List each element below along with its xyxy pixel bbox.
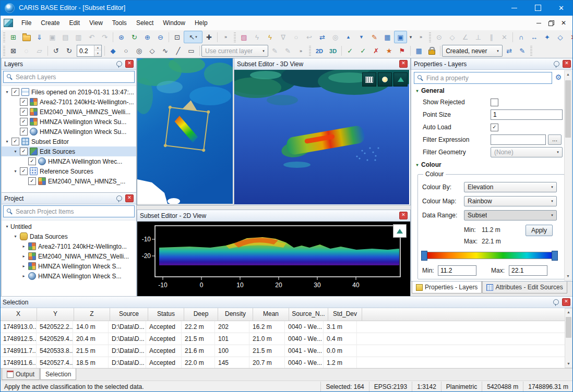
table-row[interactable]: 1748913.0... 5420522.2... 14.0 m D:\Data…: [0, 321, 573, 333]
panel-close-button[interactable]: ✕: [125, 60, 134, 68]
menu-create[interactable]: Create: [36, 16, 64, 30]
attribute-table-icon[interactable]: ▦: [412, 45, 425, 57]
import-icon[interactable]: ⇓: [33, 31, 46, 43]
rect-tool-icon[interactable]: ▭: [185, 45, 198, 57]
panel-close-button[interactable]: ✕: [562, 298, 570, 306]
checkbox[interactable]: ✓: [11, 88, 19, 96]
checkbox[interactable]: ✓: [20, 128, 28, 136]
caret-down-icon[interactable]: ▾: [4, 90, 10, 94]
selection-scrollbar[interactable]: ▲ ▼: [565, 308, 572, 368]
intersection-icon[interactable]: ✕: [498, 31, 511, 43]
menu-window[interactable]: Window: [158, 16, 190, 30]
swap-icon[interactable]: ⇄: [316, 31, 329, 43]
arc-icon[interactable]: ∩: [515, 31, 528, 43]
column-header-z[interactable]: Z: [74, 308, 110, 321]
select-rect-icon[interactable]: ⊠: [7, 45, 20, 57]
project-tree-item[interactable]: ▸ Area2-7101 240kHz-Wellingto...: [2, 241, 136, 251]
caret-down-icon[interactable]: ▾: [4, 224, 10, 229]
project-tree-item[interactable]: ▾ Untitled: [2, 222, 136, 231]
sketch-icon[interactable]: ✎: [268, 45, 281, 57]
gear-icon[interactable]: ⚙: [554, 72, 563, 82]
map-view[interactable]: [137, 58, 234, 205]
lock-button[interactable]: [425, 45, 438, 57]
vertex-icon[interactable]: ◇: [554, 31, 567, 43]
distance-icon[interactable]: ↔: [528, 31, 541, 43]
toolbar-grip[interactable]: [530, 46, 532, 56]
lighting-button[interactable]: [378, 72, 392, 87]
layers-tree-item[interactable]: ▾ ✓ Subset Editor: [2, 137, 136, 146]
mdi-minimize-button[interactable]: [532, 17, 545, 29]
mdi-restore-button[interactable]: [545, 17, 557, 29]
scroll-track[interactable]: [565, 78, 571, 273]
checkbox[interactable]: ✓: [20, 98, 28, 106]
paint-droplet-icon[interactable]: ◆: [106, 45, 120, 57]
edit-pencil-icon[interactable]: ✎: [368, 31, 381, 43]
column-header-status[interactable]: Status: [148, 308, 184, 321]
layers-tree-item[interactable]: ✓ EM2040_NIWA_HMNZS_Welli...: [2, 107, 136, 117]
lasso-icon[interactable]: ◌: [20, 45, 33, 57]
toolbar-grip[interactable]: [3, 32, 5, 42]
reject-icon[interactable]: ✗: [369, 45, 383, 57]
sketch-line-icon[interactable]: ✎: [281, 45, 294, 57]
title-bar[interactable]: CARIS BASE Editor - [Subset Editor] ✕: [0, 0, 573, 16]
toolbar-grip[interactable]: [234, 32, 236, 42]
diamond-tool-icon[interactable]: ◇: [146, 45, 159, 57]
layers-tree-item[interactable]: ▾ ✓ Reference Sources: [2, 166, 136, 176]
panel-close-button[interactable]: ✕: [563, 60, 571, 68]
column-header-y[interactable]: Y: [37, 308, 74, 321]
toolbar-grip[interactable]: [429, 32, 431, 42]
classify-flag-icon[interactable]: ⚑: [396, 45, 409, 57]
copy-icon[interactable]: ▣: [46, 31, 59, 43]
tab-attributes-edit-sources[interactable]: Attributes - Edit Sources: [482, 281, 567, 293]
view-3d-button[interactable]: 3D: [326, 45, 340, 57]
zoom-out-icon[interactable]: ⊖: [154, 31, 167, 43]
checkbox[interactable]: ✓: [20, 167, 28, 175]
record-film-button[interactable]: [362, 72, 376, 87]
auto-load-checkbox[interactable]: ✓: [491, 124, 498, 131]
toolbar-overflow-button[interactable]: »: [414, 31, 427, 43]
edit-filter-icon[interactable]: ✎: [516, 45, 529, 57]
table-row[interactable]: 1748911.7... 5420533.8... 21.5 m D:\Data…: [0, 345, 573, 357]
caret-right-icon[interactable]: ▸: [20, 244, 27, 249]
toolbar-grip[interactable]: [309, 46, 311, 56]
column-header-std-dev[interactable]: Std_Dev: [328, 308, 362, 321]
project-tree-item[interactable]: ▸ EM2040_NIWA_HMNZS_Welli...: [2, 251, 136, 261]
column-header-density[interactable]: Density: [218, 308, 253, 321]
panel-close-button[interactable]: ✕: [399, 212, 408, 219]
subset-dropdown-icon[interactable]: ▾: [407, 31, 414, 43]
spin-up-icon[interactable]: ▲: [94, 45, 101, 51]
return-icon[interactable]: ↩: [303, 31, 316, 43]
zoom-window-icon[interactable]: ⊡: [171, 31, 184, 43]
view3d-canvas[interactable]: [234, 70, 410, 205]
tab-properties-layers[interactable]: Properties - Layers: [412, 281, 482, 293]
close-button[interactable]: ✕: [550, 0, 573, 16]
table-row[interactable]: 1748912.5... 5420529.4... 20.4 m D:\Data…: [0, 333, 573, 345]
checkbox[interactable]: ✓: [20, 108, 28, 116]
menu-help[interactable]: Help: [190, 16, 212, 30]
scroll-track[interactable]: [565, 316, 572, 360]
lightning-run-icon[interactable]: ϟ: [264, 31, 277, 43]
status-filter-combo[interactable]: Created, never ▾: [442, 45, 503, 57]
spinner-buttons[interactable]: ▲▼: [94, 45, 101, 56]
selection-header[interactable]: Selection ✕: [0, 297, 573, 308]
zoom-in-icon[interactable]: ⊕: [141, 31, 154, 43]
circle-select-icon[interactable]: ○: [290, 31, 303, 43]
layer-up-icon[interactable]: ▲: [342, 31, 355, 43]
properties-scrollbar[interactable]: ▲ ▼: [564, 70, 572, 280]
layer-down-icon[interactable]: ▼: [355, 31, 368, 43]
checkbox[interactable]: ✓: [28, 157, 36, 165]
layers-panel-header[interactable]: Layers ✕: [2, 58, 136, 70]
lightning-icon[interactable]: ϟ: [250, 31, 264, 43]
general-section-header[interactable]: ▾ General: [413, 85, 445, 96]
toolbar-overflow-button[interactable]: »: [294, 45, 307, 57]
filter-geometry-combo[interactable]: (None) ▾: [491, 147, 563, 157]
grid-icon[interactable]: ▦: [381, 31, 394, 43]
status-scale[interactable]: 1:3142: [412, 382, 441, 392]
refresh-icon[interactable]: ↻: [128, 31, 141, 43]
scroll-thumb[interactable]: [566, 317, 571, 338]
caret-right-icon[interactable]: ▸: [20, 254, 27, 259]
layers-search-box[interactable]: [3, 71, 135, 83]
project-tree-item[interactable]: ▸ HMNZA Wellington Wreck S...: [2, 271, 136, 281]
view-2d-button[interactable]: 2D: [313, 45, 326, 57]
redo-icon[interactable]: ↷: [98, 31, 111, 43]
